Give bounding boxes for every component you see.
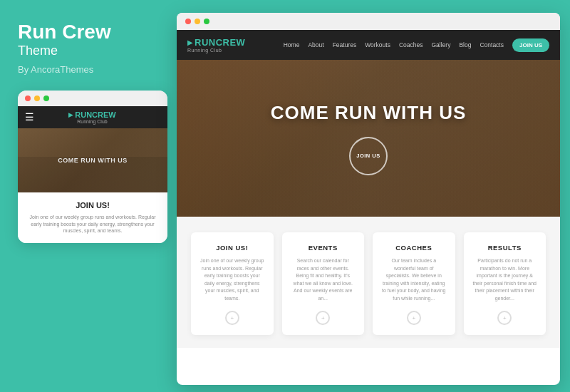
browser-nav: ▶ RUNCREW Running Club Home About Featur… (177, 30, 560, 60)
browser-dot-yellow (195, 19, 200, 24)
card-text-3: Participants do not run a marathon to wi… (472, 257, 538, 302)
mobile-join-text: Join one of our weekly group runs and wo… (28, 214, 157, 234)
hero-join-button[interactable]: JOIN US (349, 137, 388, 175)
card-icon-3[interactable]: + (497, 311, 512, 325)
nav-gallery[interactable]: Gallery (431, 41, 450, 48)
cards-section: JOIN US! Join one of our weekly group ru… (177, 217, 560, 348)
mobile-preview-card: ☰ ▶ RUNCREW Running Club COME RUN WITH U… (18, 91, 167, 243)
dot-red (25, 96, 31, 101)
card-text-1: Search our calendar for races and other … (291, 257, 356, 302)
nav-coaches[interactable]: Coaches (399, 41, 423, 48)
mobile-join-title: JOIN US! (28, 201, 157, 210)
browser-window: ▶ RUNCREW Running Club Home About Featur… (177, 13, 560, 385)
browser-bar (177, 13, 560, 30)
brand-subtitle: Theme (18, 43, 157, 58)
mobile-nav: ☰ ▶ RUNCREW Running Club (18, 106, 167, 128)
mobile-hero: COME RUN WITH US (18, 128, 167, 192)
card-3: RESULTS Participants do not run a marath… (464, 232, 546, 335)
browser-logo-sub: Running Club (187, 48, 222, 53)
browser-dot-red (185, 19, 191, 24)
nav-about[interactable]: About (308, 41, 323, 48)
card-0: JOIN US! Join one of our weekly group ru… (191, 232, 274, 335)
card-1: EVENTS Search our calendar for races and… (282, 232, 365, 335)
left-panel: Run Crew Theme By AncoraThemes ☰ ▶ RUNCR… (0, 0, 175, 392)
card-2: COACHES Our team includes a wonderful te… (373, 232, 455, 335)
brand-title: Run Crew (18, 21, 157, 43)
hero-section: COME RUN WITH US JOIN US (177, 60, 560, 217)
browser-logo-text: RUNCREW (195, 37, 245, 48)
browser-logo: ▶ RUNCREW Running Club (187, 37, 245, 53)
nav-join-button[interactable]: JOIN US (512, 38, 549, 52)
dot-yellow (34, 96, 40, 101)
card-icon-2[interactable]: + (407, 311, 421, 325)
hero-content: COME RUN WITH US JOIN US (271, 102, 467, 175)
nav-workouts[interactable]: Workouts (365, 41, 390, 48)
brand-by: By AncoraThemes (18, 64, 157, 75)
card-icon-0[interactable]: + (225, 311, 239, 325)
mobile-logo-arrow-icon: ▶ (68, 111, 73, 118)
card-title-2: COACHES (381, 244, 447, 252)
card-text-0: Join one of our weekly group runs and wo… (200, 257, 265, 302)
card-title-1: EVENTS (291, 244, 356, 252)
browser-logo-arrow-icon: ▶ (187, 38, 193, 46)
card-title-3: RESULTS (472, 244, 538, 252)
dot-green (43, 96, 49, 101)
hamburger-icon: ☰ (25, 111, 34, 123)
hero-title: COME RUN WITH US (271, 102, 467, 124)
nav-blog[interactable]: Blog (459, 41, 471, 48)
browser-nav-links: Home About Features Workouts Coaches Gal… (284, 38, 549, 52)
nav-features[interactable]: Features (333, 41, 357, 48)
mobile-card-bar (18, 91, 167, 106)
mobile-logo-text: RUNCREW (75, 110, 115, 119)
card-text-2: Our team includes a wonderful team of sp… (381, 257, 447, 302)
nav-contacts[interactable]: Contacts (480, 41, 504, 48)
nav-home[interactable]: Home (284, 41, 300, 48)
browser-dot-green (204, 19, 209, 24)
mobile-logo-sub: Running Club (68, 119, 115, 124)
card-icon-1[interactable]: + (316, 311, 330, 325)
mobile-hero-title: COME RUN WITH US (58, 157, 128, 164)
mobile-join-section: JOIN US! Join one of our weekly group ru… (18, 192, 167, 243)
card-title-0: JOIN US! (200, 244, 265, 252)
